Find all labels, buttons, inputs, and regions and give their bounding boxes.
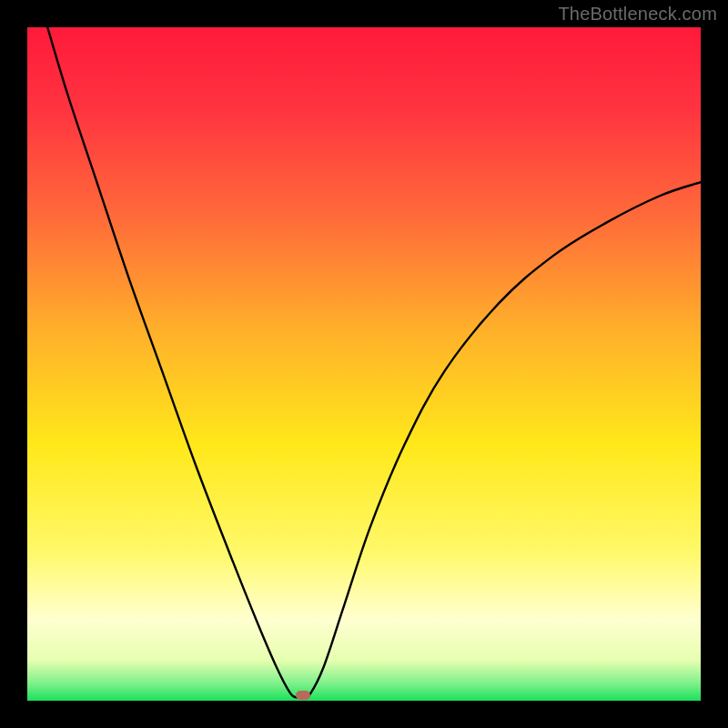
chart-frame: TheBottleneck.com: [0, 0, 728, 728]
bottleneck-curve: [27, 27, 701, 701]
watermark-text: TheBottleneck.com: [558, 4, 717, 25]
plot-area: [27, 27, 701, 701]
optimum-marker: [296, 691, 310, 700]
